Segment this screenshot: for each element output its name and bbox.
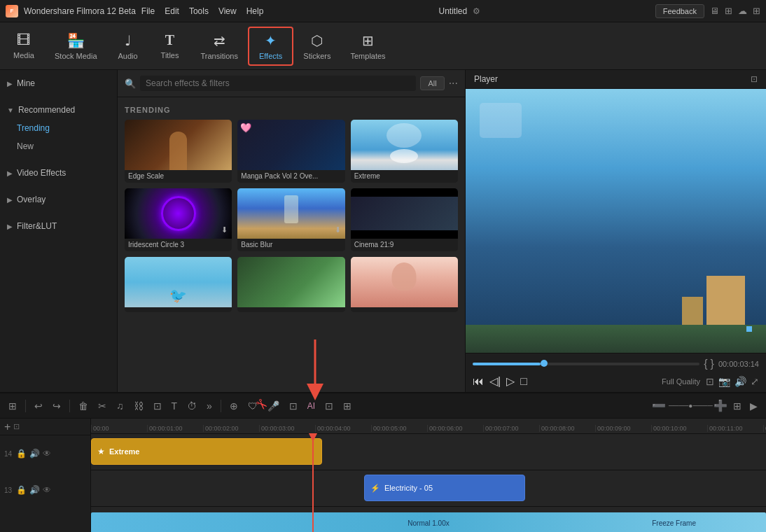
effect-card-extreme[interactable]: Extreme: [351, 120, 458, 183]
timeline-multi-select-btn[interactable]: ⊞: [6, 399, 20, 413]
track-13-lock-icon[interactable]: 🔒: [16, 485, 27, 495]
stop-button[interactable]: □: [520, 375, 527, 388]
toolbar-titles[interactable]: T Titles: [149, 28, 191, 64]
player-expand-icon[interactable]: ⊡: [751, 74, 758, 84]
sidebar-item-trending[interactable]: Trending: [0, 119, 117, 137]
player-time: 00:00:03:14: [718, 360, 759, 368]
play-button[interactable]: ▷: [506, 374, 515, 388]
frame-back-button[interactable]: ◁|: [489, 374, 501, 388]
track-13-audio-icon[interactable]: 🔊: [29, 485, 40, 495]
sidebar-mine-header[interactable]: ▶ Mine: [0, 74, 117, 92]
effect-card-9[interactable]: [351, 257, 458, 312]
menu-help[interactable]: Help: [246, 6, 264, 16]
player-screen[interactable]: [466, 89, 766, 353]
sidebar-video-effects-header[interactable]: ▶ Video Effects: [0, 164, 117, 182]
menu-file[interactable]: File: [141, 6, 155, 16]
sidebar-mine-section: ▶ Mine: [0, 70, 117, 97]
grid-icon[interactable]: ⊞: [753, 6, 760, 16]
crop-timeline-btn[interactable]: ⊡: [151, 399, 165, 413]
video-effects-arrow-icon: ▶: [7, 169, 13, 177]
track-13-eye-icon[interactable]: 👁: [43, 485, 51, 495]
sidebar-item-new[interactable]: New: [0, 137, 117, 155]
mic-btn[interactable]: 🎤: [265, 399, 282, 413]
volume-icon[interactable]: 🔊: [734, 376, 746, 387]
more-tl-btn[interactable]: »: [204, 399, 215, 413]
clip-extreme[interactable]: ★ Extreme: [91, 438, 322, 465]
snapshot-icon[interactable]: 📷: [718, 376, 730, 387]
progress-bar[interactable]: [473, 363, 699, 365]
layout-icon[interactable]: ⊞: [725, 6, 732, 16]
transitions-icon: ⇄: [214, 32, 225, 49]
toolbar-media[interactable]: 🎞 Media: [3, 28, 45, 64]
quality-selector[interactable]: Full Quality: [662, 377, 700, 386]
sidebar-recommended-header[interactable]: ▼ Recommended: [0, 101, 117, 119]
player-controls: { } 00:00:03:14 ⏮ ◁| ▷ □ Full Quality ⊡ …: [466, 353, 766, 392]
brace-left-icon[interactable]: {: [704, 358, 707, 370]
rewind-button[interactable]: ⏮: [473, 375, 484, 388]
track-14-eye-icon[interactable]: 👁: [43, 449, 51, 458]
toolbar-templates[interactable]: ⊞ Templates: [340, 28, 395, 64]
clip-electricity[interactable]: ⚡ Electricity - 05: [364, 475, 525, 501]
expand-btn[interactable]: ▶: [747, 399, 760, 413]
audio-extract-btn[interactable]: ♫: [113, 399, 127, 413]
filter-dropdown[interactable]: All: [420, 76, 444, 90]
menu-view[interactable]: View: [218, 6, 237, 16]
effect-thumb-cinema: [351, 188, 458, 239]
ruler-2: 00:00:02:00: [203, 425, 259, 432]
progress-thumb[interactable]: [541, 360, 548, 367]
toolbar-templates-label: Templates: [350, 52, 385, 60]
more-options-icon[interactable]: ···: [449, 77, 458, 90]
ai-btn[interactable]: AI: [305, 400, 318, 412]
timeline-area: ⊞ ↩ ↪ 🗑 ✂ ♫ ⛓ ⊡ T ⏱ » ⊕ 🛡 🎤 ⊡ AI ⊡ ⊞ ➖ ─…: [0, 392, 766, 532]
effect-card-7[interactable]: 🐦: [125, 257, 232, 312]
redo-btn[interactable]: ↪: [50, 399, 64, 413]
unlink-btn[interactable]: ⛓: [131, 399, 146, 413]
text-btn[interactable]: T: [169, 399, 181, 413]
history-btn[interactable]: ⏱: [184, 399, 200, 413]
sidebar-mine-label: Mine: [17, 78, 35, 88]
search-icon: 🔍: [125, 78, 136, 89]
split-btn[interactable]: ⊡: [322, 399, 336, 413]
track-14-audio-icon[interactable]: 🔊: [29, 449, 40, 458]
fullscreen-icon[interactable]: ⤢: [751, 376, 759, 387]
menu-tools[interactable]: Tools: [189, 6, 209, 16]
media-icon: 🎞: [17, 32, 31, 48]
grid-view-btn[interactable]: ⊞: [730, 399, 744, 413]
toolbar-stickers[interactable]: ⬡ Stickers: [293, 28, 340, 64]
delete-btn[interactable]: 🗑: [76, 399, 91, 413]
caption-btn[interactable]: ⊡: [286, 399, 300, 413]
effect-card-edge-scale[interactable]: Edge Scale: [125, 120, 232, 183]
zoom-in-btn[interactable]: ➕: [713, 399, 727, 412]
feedback-button[interactable]: Feedback: [655, 4, 704, 18]
track-14-lock-icon[interactable]: 🔒: [16, 449, 27, 458]
wave-btn[interactable]: 🛡: [245, 399, 260, 413]
crop-icon[interactable]: ⊡: [706, 376, 714, 387]
tl-sep-1: [25, 400, 26, 412]
effect-name-iridescent: Iridescent Circle 3: [125, 239, 232, 251]
undo-btn[interactable]: ↩: [32, 399, 46, 413]
sidebar-filter-lut-header[interactable]: ▶ Filter&LUT: [0, 217, 117, 235]
tl-add-track-btn[interactable]: + ⊡: [0, 419, 90, 435]
cloud-icon[interactable]: ☁: [738, 6, 747, 16]
toolbar-audio[interactable]: ♩ Audio: [107, 28, 149, 64]
cut-btn[interactable]: ✂: [95, 399, 109, 413]
sidebar-overlay-header[interactable]: ▶ Overlay: [0, 190, 117, 209]
menu-edit[interactable]: Edit: [165, 6, 179, 16]
search-input[interactable]: [140, 76, 416, 91]
toolbar-stock-media[interactable]: 🏪 Stock Media: [45, 28, 107, 64]
effect-card-manga[interactable]: 🩷 Manga Pack Vol 2 Ove...: [237, 120, 344, 183]
zoom-out-btn[interactable]: ➖: [652, 399, 666, 412]
timeline-track-controls: + ⊡ 14 🔒 🔊 👁 13 🔒 🔊 👁: [0, 419, 91, 532]
clip-bottom[interactable]: Normal 1.00x Freeze Frame: [91, 512, 766, 532]
speed-btn[interactable]: ⊞: [340, 399, 354, 413]
brace-right-icon[interactable]: }: [711, 358, 714, 370]
toolbar-transitions[interactable]: ⇄ Transitions: [191, 28, 248, 64]
toolbar-effects[interactable]: ✦ Effects: [248, 27, 293, 66]
effect-card-8[interactable]: [237, 257, 344, 312]
effect-card-basic-blur[interactable]: ⬇ Basic Blur: [237, 188, 344, 251]
heart-icon: 🩷: [240, 122, 251, 133]
effect-card-iridescent[interactable]: ⬇ Iridescent Circle 3: [125, 188, 232, 251]
effect-card-cinema[interactable]: Cinema 21:9: [351, 188, 458, 251]
monitor-icon[interactable]: 🖥: [710, 6, 719, 16]
snap-btn[interactable]: ⊕: [227, 399, 241, 413]
